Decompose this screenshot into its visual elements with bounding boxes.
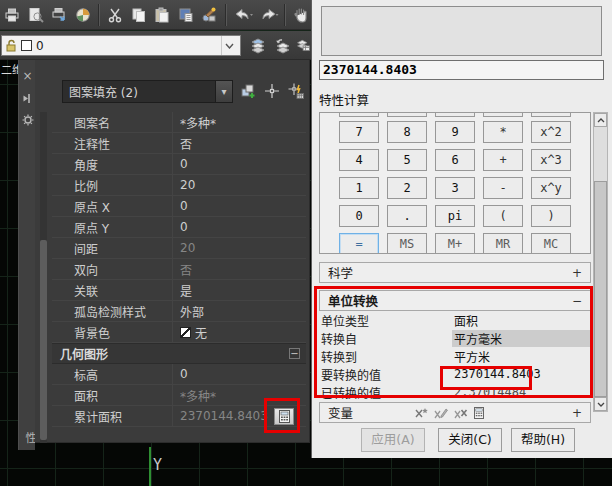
clipped-button-row <box>339 112 571 117</box>
delete-variable-icon[interactable] <box>454 407 468 419</box>
toolbar-separator <box>225 4 227 26</box>
layer-name: 0 <box>36 39 217 53</box>
scroll-down-icon[interactable] <box>594 397 607 411</box>
ucs-y-label: Y <box>153 456 162 474</box>
expand-icon[interactable]: + <box>572 266 582 280</box>
preview-icon[interactable] <box>26 3 47 27</box>
help-button[interactable]: 帮助(H) <box>511 428 575 452</box>
pickadd-toggle-icon[interactable] <box>238 81 258 101</box>
copy-icon[interactable] <box>129 3 150 27</box>
quick-select-icon[interactable] <box>286 81 306 101</box>
key-memory-store[interactable]: MS <box>387 233 427 254</box>
key-equals[interactable]: = <box>339 233 379 254</box>
key-2[interactable]: 2 <box>387 177 427 199</box>
key-memory-recall[interactable]: MR <box>483 233 523 254</box>
geometry-section-header[interactable]: 几何图形 − <box>52 343 306 364</box>
property-row: 标高0 <box>52 364 306 385</box>
edit-variable-icon[interactable] <box>434 407 448 419</box>
collapse-icon[interactable]: − <box>572 294 582 308</box>
key-close-paren[interactable]: ) <box>531 205 571 227</box>
key-cube[interactable]: x^3 <box>531 149 571 171</box>
science-section-header[interactable]: 科学 + <box>319 262 591 283</box>
key-1[interactable]: 1 <box>339 177 379 199</box>
layer-combo[interactable]: 0 <box>1 35 241 56</box>
cut-icon[interactable] <box>105 3 126 27</box>
property-row-cumulative-area: 累计面积 2370144.8403 <box>52 406 306 427</box>
pan-icon[interactable] <box>291 3 312 27</box>
render-icon[interactable] <box>73 3 94 27</box>
key-6[interactable]: 6 <box>435 149 475 171</box>
new-variable-icon[interactable] <box>414 407 428 419</box>
quickcalc-history-pane[interactable] <box>321 6 602 56</box>
scroll-up-icon[interactable] <box>594 113 607 127</box>
paste-special-icon[interactable] <box>176 3 197 27</box>
variables-section-header[interactable]: 变量 + <box>319 402 591 423</box>
scrollbar-thumb[interactable] <box>40 240 47 440</box>
key-5[interactable]: 5 <box>387 149 427 171</box>
redo-icon[interactable] <box>257 3 279 27</box>
unlock-icon <box>5 39 17 52</box>
no-background-swatch <box>180 327 191 338</box>
key-7[interactable]: 7 <box>339 121 379 143</box>
calculator-icon[interactable] <box>474 407 484 419</box>
key-plus[interactable]: + <box>483 149 523 171</box>
palette-scrollbar[interactable] <box>40 112 47 443</box>
units-row: 转换自平方毫米 <box>319 329 591 347</box>
key-minus[interactable]: - <box>483 177 523 199</box>
quickcalc-input[interactable]: 2370144.8403 <box>319 60 604 80</box>
make-object-layer-current-icon[interactable] <box>246 34 269 57</box>
property-row: 角度0 <box>52 154 306 175</box>
layer-properties-icon[interactable] <box>296 34 311 57</box>
units-conversion-table: 单位类型面积 转换自平方毫米 转换到平方米 要转换的值2370144.8403 … <box>319 311 591 401</box>
property-row: 关联是 <box>52 280 306 301</box>
quickcalc-button[interactable] <box>274 408 294 425</box>
key-decimal[interactable]: . <box>387 205 427 227</box>
key-9[interactable]: 9 <box>435 121 475 143</box>
close-icon[interactable]: × <box>19 68 36 84</box>
select-objects-icon[interactable] <box>262 81 282 101</box>
key-4[interactable]: 4 <box>339 149 379 171</box>
undo-icon[interactable] <box>232 3 254 27</box>
property-row: 原点 Y0 <box>52 217 306 238</box>
properties-palette: 图案填充 (2) ▾ 图案名*多种* 注释性否 角度0 比例20 原点 X0 原… <box>35 60 310 443</box>
key-memory-clear[interactable]: MC <box>531 233 571 254</box>
standard-toolbar <box>0 0 311 30</box>
key-0[interactable]: 0 <box>339 205 379 227</box>
chevron-down-icon[interactable] <box>221 36 237 55</box>
object-type-dropdown[interactable]: 图案填充 (2) ▾ <box>62 80 233 103</box>
expand-icon[interactable]: + <box>572 406 582 420</box>
units-row-converted-value: 已转换的值2.37014484 <box>319 383 591 401</box>
key-8[interactable]: 8 <box>387 121 427 143</box>
key-power[interactable]: x^y <box>531 177 571 199</box>
apply-button[interactable]: 应用(A) <box>361 428 425 452</box>
layer-color-swatch <box>21 40 32 51</box>
quickcalc-scrollbar[interactable] <box>593 112 608 412</box>
layer-previous-icon[interactable] <box>271 34 294 57</box>
close-button[interactable]: 关闭(C) <box>438 428 502 452</box>
property-row: 比例20 <box>52 175 306 196</box>
key-memory-add[interactable]: M+ <box>435 233 475 254</box>
units-row: 单位类型面积 <box>319 311 591 329</box>
scrollbar-thumb[interactable] <box>594 181 607 397</box>
key-pi[interactable]: pi <box>435 205 475 227</box>
quickcalc-mode-label: 特性计算 <box>319 90 369 109</box>
match-properties-icon[interactable] <box>199 3 220 27</box>
key-square[interactable]: x^2 <box>531 121 571 143</box>
collapse-icon[interactable]: − <box>289 348 300 359</box>
plot-icon[interactable] <box>2 3 23 27</box>
auto-hide-icon[interactable] <box>19 90 36 106</box>
paste-icon[interactable] <box>152 3 173 27</box>
key-3[interactable]: 3 <box>435 177 475 199</box>
key-multiply[interactable]: * <box>483 121 523 143</box>
gear-icon[interactable] <box>19 112 36 128</box>
quickcalc-dialog: 2370144.8403 特性计算 7 8 9 * x^2 4 5 6 + x^… <box>311 0 612 458</box>
key-open-paren[interactable]: ( <box>483 205 523 227</box>
toolbar-separator <box>284 4 286 26</box>
publish-icon[interactable] <box>49 3 70 27</box>
property-row: 面积*多种* <box>52 385 306 406</box>
chevron-down-icon[interactable]: ▾ <box>215 81 232 102</box>
units-conversion-section-header[interactable]: 单位转换 − <box>319 290 591 311</box>
layers-toolbar: 0 <box>0 31 311 60</box>
property-row: 背景色 无 <box>52 322 306 343</box>
toolbar-separator <box>98 4 100 26</box>
